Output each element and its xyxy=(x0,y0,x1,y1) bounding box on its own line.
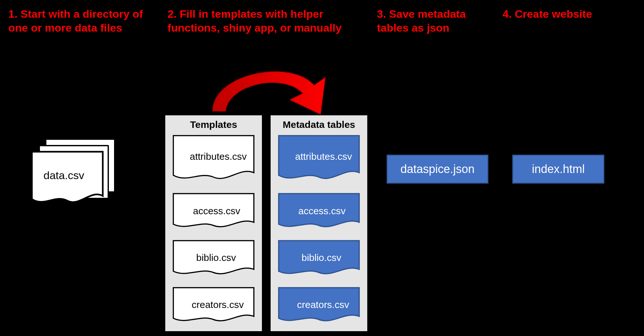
step-2-label: 2. Fill in templates with helper functio… xyxy=(168,7,348,34)
curved-arrow-icon xyxy=(193,55,335,119)
template-label-attributes: attributes.csv xyxy=(190,151,247,162)
metadata-label-biblio: biblio.csv xyxy=(302,252,341,263)
step-1-label: 1. Start with a directory of one or more… xyxy=(8,7,150,34)
template-label-creators: creators.csv xyxy=(192,299,244,310)
step-4-label: 4. Create website xyxy=(503,7,619,21)
templates-panel: Templates attributes.csv access.csv bibl… xyxy=(164,114,263,332)
output-html-label: index.html xyxy=(532,162,585,176)
metadata-label-access: access.csv xyxy=(298,206,346,216)
output-html-box: index.html xyxy=(512,155,604,184)
template-label-access: access.csv xyxy=(193,206,240,216)
diagram-canvas: 1. Start with a directory of one or more… xyxy=(0,0,644,336)
metadata-panel-title: Metadata tables xyxy=(271,119,367,130)
data-file-label: data.csv xyxy=(43,169,84,182)
templates-panel-title: Templates xyxy=(165,119,262,130)
output-json-label: dataspice.json xyxy=(400,162,475,176)
step-3-label: 3. Save metadata tables as json xyxy=(377,7,480,34)
metadata-panel: Metadata tables attributes.csv access.cs… xyxy=(270,114,368,332)
output-json-box: dataspice.json xyxy=(387,155,488,184)
metadata-label-creators: creators.csv xyxy=(297,299,349,310)
metadata-label-attributes: attributes.csv xyxy=(295,151,352,162)
template-label-biblio: biblio.csv xyxy=(196,252,236,263)
